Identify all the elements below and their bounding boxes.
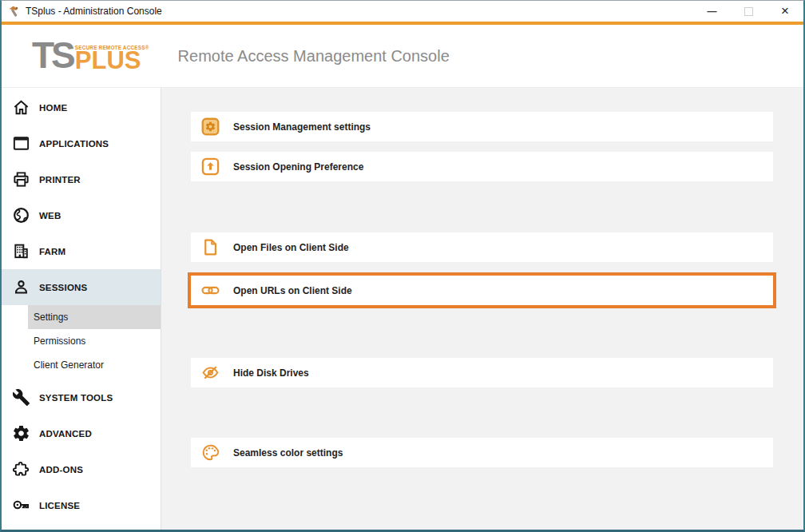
logo-ts-text: TS [32,42,73,70]
titlebar: TSplus - Administration Console — × [2,1,803,22]
header: TS SECURE REMOTE ACCESS® PLUS Remote Acc… [2,25,803,88]
tsplus-logo: TS SECURE REMOTE ACCESS® PLUS [32,42,149,70]
maximize-icon [744,7,753,16]
sidebar-item-add-ons[interactable]: ADD-ONS [2,451,161,487]
link-icon [201,281,220,300]
sidebar-item-advanced[interactable]: ADVANCED [2,415,161,451]
subnav-item-label: Client Generator [34,359,104,371]
window-title: TSplus - Administration Console [26,6,693,17]
puzzle-icon [11,460,30,479]
sidebar-item-label: PRINTER [39,175,81,185]
tile-open-urls-client-side[interactable]: Open URLs on Client Side [188,272,776,308]
subnav-item-label: Settings [34,312,68,323]
web-globe-icon [11,206,30,225]
sidebar-item-label: FARM [39,247,65,256]
subnav-item-settings[interactable]: Settings [28,305,161,329]
tile-label: Open Files on Client Side [233,242,349,253]
sidebar-item-sessions[interactable]: SESSIONS [2,269,161,305]
palette-icon [201,443,220,462]
printer-icon [11,170,30,189]
wrench-icon [11,388,30,407]
close-button[interactable]: × [767,1,803,22]
sidebar-item-label: SESSIONS [39,283,87,292]
tile-label: Session Management settings [233,121,371,133]
sidebar-item-label: LICENSE [39,501,80,510]
sidebar-item-system-tools[interactable]: SYSTEM TOOLS [2,379,161,415]
tile-label: Seamless color settings [233,447,343,459]
key-icon [11,496,30,515]
tile-session-management-settings[interactable]: Session Management settings [191,112,773,141]
applications-icon [11,134,30,153]
subnav-item-label: Permissions [34,335,85,347]
settings-square-icon [201,117,220,136]
close-icon: × [781,3,789,19]
sidebar-item-label: SYSTEM TOOLS [39,393,113,403]
minimize-button[interactable]: — [693,1,730,22]
gear-icon [11,424,30,443]
app-window: TSplus - Administration Console — × TS S… [0,0,805,532]
sidebar-item-home[interactable]: HOME [2,89,161,125]
sidebar-item-label: ADD-ONS [39,465,83,474]
sidebar-item-label: HOME [39,103,67,113]
tile-open-files-client-side[interactable]: Open Files on Client Side [191,232,773,262]
content-area: HOME APPLICATIONS [2,88,803,530]
subnav-item-client-generator[interactable]: Client Generator [28,353,161,377]
sidebar-item-label: APPLICATIONS [39,139,109,149]
app-icon [7,5,20,18]
maximize-button[interactable] [730,1,767,22]
session-opening-icon [201,157,220,176]
sidebar-item-farm[interactable]: FARM [2,233,161,269]
sidebar-item-label: WEB [39,211,61,220]
sidebar-item-applications[interactable]: APPLICATIONS [2,125,161,161]
logo-plus-text: PLUS [75,50,149,70]
sidebar-item-web[interactable]: WEB [2,197,161,233]
main-content: Session Management settings Session Open… [161,88,803,530]
file-icon [201,238,220,256]
eye-off-icon [201,363,220,382]
person-icon [11,278,30,297]
sidebar: HOME APPLICATIONS [2,88,161,530]
home-icon [11,98,30,117]
tile-label: Session Opening Preference [233,161,363,173]
tile-label: Hide Disk Drives [233,367,309,379]
tile-seamless-color-settings[interactable]: Seamless color settings [191,438,773,467]
tile-hide-disk-drives[interactable]: Hide Disk Drives [191,358,773,387]
sidebar-item-license[interactable]: LICENSE [2,487,161,523]
subnav-item-permissions[interactable]: Permissions [28,329,161,353]
page-title: Remote Access Management Console [178,47,450,66]
farm-building-icon [11,242,30,261]
sidebar-item-label: ADVANCED [39,429,92,439]
logo-right-block: SECURE REMOTE ACCESS® PLUS [75,45,149,70]
tile-label: Open URLs on Client Side [233,285,352,296]
minimize-icon: — [708,6,716,17]
sidebar-item-printer[interactable]: PRINTER [2,161,161,197]
tile-session-opening-preference[interactable]: Session Opening Preference [191,152,773,181]
